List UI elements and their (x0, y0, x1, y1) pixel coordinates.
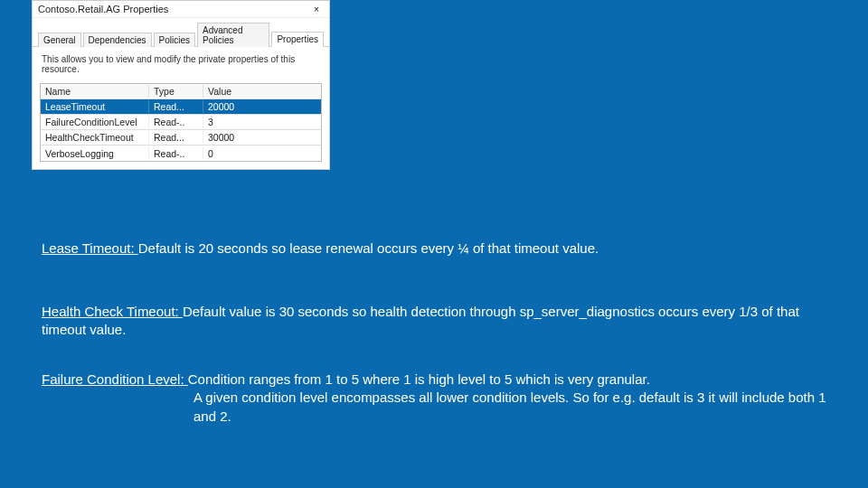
cell-name: LeaseTimeout (41, 100, 149, 113)
cell-value: 3 (203, 116, 321, 128)
column-header-value[interactable]: Value (203, 85, 321, 98)
grid-row-leasetimeout[interactable]: LeaseTimeout Read... 20000 (41, 99, 321, 115)
column-header-type[interactable]: Type (149, 85, 203, 98)
grid-row-healthchecktimeout[interactable]: HealthCheckTimeout Read... 30000 (41, 130, 321, 145)
column-header-name[interactable]: Name (41, 85, 149, 98)
tab-properties[interactable]: Properties (271, 32, 324, 47)
failure-condition-text-1: Condition ranges from 1 to 5 where 1 is … (188, 371, 650, 387)
grid-header: Name Type Value (41, 84, 321, 99)
cell-value: 0 (203, 147, 321, 160)
cell-type: Read... (149, 100, 203, 113)
tab-description: This allows you to view and modify the p… (33, 47, 329, 83)
cell-value: 20000 (203, 100, 321, 113)
grid-row-failureconditionlevel[interactable]: FailureConditionLevel Read-.. 3 (41, 115, 321, 130)
cell-name: HealthCheckTimeout (41, 131, 149, 144)
grid-row-verboselogging[interactable]: VerboseLogging Read-.. 0 (41, 145, 321, 161)
tab-advanced-policies[interactable]: Advanced Policies (197, 23, 269, 47)
cell-type: Read... (149, 131, 203, 144)
dialog-title: Contoso.Retail.AG Properties (38, 4, 168, 14)
explanation-failure-condition-level: Failure Condition Level: Condition range… (42, 371, 828, 426)
explanation-lease-timeout: Lease Timeout: Default is 20 seconds so … (42, 239, 599, 258)
close-icon[interactable]: × (309, 4, 324, 14)
explanation-health-check-timeout: Health Check Timeout: Default value is 3… (42, 303, 828, 340)
lease-timeout-label: Lease Timeout: (42, 240, 138, 256)
cell-type: Read-.. (149, 116, 203, 128)
dialog-titlebar: Contoso.Retail.AG Properties × (33, 1, 329, 18)
lease-timeout-text: Default is 20 seconds so lease renewal o… (138, 240, 599, 256)
failure-condition-text-2: A given condition level encompasses all … (42, 389, 828, 426)
properties-dialog: Contoso.Retail.AG Properties × General D… (32, 0, 330, 170)
tab-policies[interactable]: Policies (154, 33, 195, 47)
cell-name: FailureConditionLevel (41, 116, 149, 128)
cell-type: Read-.. (149, 147, 203, 160)
cell-value: 30000 (203, 131, 321, 144)
tab-dependencies[interactable]: Dependencies (83, 33, 152, 47)
tab-strip: General Dependencies Policies Advanced P… (33, 18, 329, 47)
properties-grid: Name Type Value LeaseTimeout Read... 200… (40, 83, 322, 162)
failure-condition-label: Failure Condition Level: (42, 371, 188, 387)
health-check-label: Health Check Timeout: (42, 304, 183, 319)
cell-name: VerboseLogging (41, 147, 149, 160)
tab-general[interactable]: General (38, 33, 81, 47)
